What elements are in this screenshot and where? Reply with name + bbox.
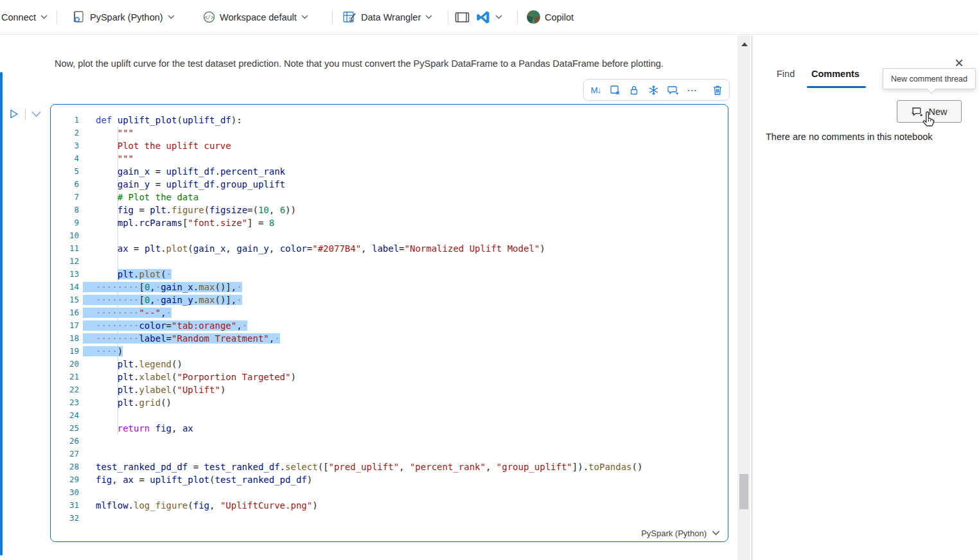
kernel-selector-button[interactable]: PySpark (Python) <box>72 0 175 34</box>
code-cell[interactable]: 1def uplift_plot(uplift_df):2 """3 Plot … <box>50 104 728 542</box>
code-line[interactable]: 19····) <box>51 345 728 358</box>
kernel-notebook-gear-icon <box>72 10 85 24</box>
code-line[interactable]: 21 plt.xlabel("Porportion Targeted") <box>51 371 728 383</box>
svg-text:</>: </> <box>204 15 214 21</box>
code-line[interactable]: 30 <box>51 486 728 499</box>
code-line[interactable]: 24 <box>51 409 728 422</box>
active-tab-underline <box>807 86 866 88</box>
frame-icon <box>455 12 470 23</box>
tab-comments[interactable]: Comments <box>811 69 860 79</box>
line-number: 18 <box>51 332 79 345</box>
comments-empty-message: There are no comments in this notebook <box>766 132 933 142</box>
line-number: 9 <box>51 216 79 229</box>
code-line[interactable]: 25 return fig, ax <box>51 422 728 435</box>
freeze-snowflake-icon[interactable] <box>648 84 659 96</box>
code-line[interactable]: 27 <box>51 448 728 460</box>
copilot-button[interactable]: Copilot <box>527 0 574 34</box>
chevron-down-icon <box>712 530 720 536</box>
code-line[interactable]: 10 <box>51 229 728 242</box>
line-number: 30 <box>51 486 79 499</box>
code-line[interactable]: 11 ax = plt.plot(gain_x, gain_y, color="… <box>51 242 728 255</box>
connect-label: Connect <box>1 12 36 22</box>
code-line[interactable]: 31mlflow.log_figure(fig, "UpliftCurve.pn… <box>51 499 728 512</box>
code-line[interactable]: 14········[0,·gain_x.max()],· <box>51 281 728 293</box>
code-line[interactable]: 13 plt.plot(· <box>51 268 728 281</box>
delete-cell-icon[interactable] <box>712 84 723 96</box>
line-number: 27 <box>51 448 79 460</box>
code-line[interactable]: 12 <box>51 255 728 268</box>
vscode-button[interactable] <box>475 0 502 34</box>
code-line[interactable]: 15········[0,·gain_y.max()],· <box>51 293 728 306</box>
add-comment-icon[interactable] <box>667 84 679 96</box>
panel-divider <box>752 35 752 560</box>
line-number: 25 <box>51 422 79 435</box>
add-comment-icon <box>911 106 923 118</box>
tab-find[interactable]: Find <box>777 69 795 79</box>
code-line[interactable]: 22 plt.ylabel("Uplift") <box>51 383 728 396</box>
line-number: 16 <box>51 306 79 319</box>
line-number: 24 <box>51 409 79 422</box>
notebook-scrollbar-thumb[interactable] <box>739 474 748 509</box>
code-line[interactable]: 18········label="Random Treatment",· <box>51 332 728 345</box>
workspace-label: Workspace default <box>220 12 297 22</box>
new-comment-button[interactable]: New <box>897 100 962 123</box>
code-line[interactable]: 3 Plot the uplift curve <box>51 139 728 152</box>
run-options-chevron-button[interactable] <box>31 110 42 118</box>
cell-language-selector[interactable]: PySpark (Python) <box>641 526 720 540</box>
code-line[interactable]: 9 mpl.rcParams["font.size"] = 8 <box>51 216 728 229</box>
line-number: 1 <box>51 114 79 127</box>
more-actions-button[interactable]: ··· <box>687 84 698 96</box>
vscode-icon <box>475 10 491 25</box>
code-line[interactable]: 5 gain_x = uplift_df.percent_rank <box>51 165 728 178</box>
line-number: 11 <box>51 242 79 255</box>
code-line[interactable]: 8 fig = plt.figure(figsize=(10, 6)) <box>51 204 728 216</box>
line-number: 5 <box>51 165 79 178</box>
toolbar-divider <box>332 10 333 24</box>
convert-to-markdown-button[interactable]: M↓ <box>590 84 601 96</box>
line-number: 4 <box>51 152 79 165</box>
line-number: 15 <box>51 293 79 306</box>
code-line[interactable]: 7 # Plot the data <box>51 191 728 204</box>
line-number: 20 <box>51 358 79 371</box>
line-number: 21 <box>51 371 79 383</box>
line-number: 6 <box>51 178 79 191</box>
code-line[interactable]: 29fig, ax = uplift_plot(test_ranked_pd_d… <box>51 473 728 486</box>
line-number: 7 <box>51 191 79 204</box>
code-line[interactable]: 20 plt.legend() <box>51 358 728 371</box>
line-number: 10 <box>51 229 79 242</box>
code-line[interactable]: 4 """ <box>51 152 728 165</box>
line-number: 23 <box>51 396 79 409</box>
chevron-down-icon <box>425 15 432 19</box>
code-line[interactable]: 17········color="tab:orange",· <box>51 319 728 332</box>
line-number: 12 <box>51 255 79 268</box>
code-editor[interactable]: 1def uplift_plot(uplift_df):2 """3 Plot … <box>51 114 728 525</box>
connect-button[interactable]: Connect <box>1 0 48 34</box>
markdown-cell-text[interactable]: Now, plot the uplift curve for the test … <box>55 58 723 69</box>
chevron-down-icon <box>301 15 308 19</box>
code-line[interactable]: 23 plt.grid() <box>51 396 728 409</box>
workspace-code-icon: </> <box>203 11 215 23</box>
code-line[interactable]: 32 <box>51 512 728 525</box>
line-number: 8 <box>51 204 79 216</box>
code-line[interactable]: 2 """ <box>51 127 728 139</box>
code-line[interactable]: 1def uplift_plot(uplift_df): <box>51 114 728 127</box>
line-number: 14 <box>51 281 79 293</box>
line-number: 29 <box>51 473 79 486</box>
lock-icon[interactable] <box>629 84 640 96</box>
scrollbar-up-arrow[interactable] <box>741 42 748 46</box>
run-cell-button[interactable] <box>8 108 20 120</box>
code-line[interactable]: 16········"--",· <box>51 306 728 319</box>
line-number: 31 <box>51 499 79 512</box>
workspace-selector-button[interactable]: </> Workspace default <box>203 0 308 34</box>
selected-cell-indicator <box>0 72 3 556</box>
cell-toolbar: M↓ ··· <box>583 79 730 101</box>
code-line[interactable]: 26 <box>51 435 728 448</box>
data-wrangler-table-icon <box>342 10 357 24</box>
code-line[interactable]: 6 gain_y = uplift_df.group_uplift <box>51 178 728 191</box>
tooltip-caret <box>927 85 936 94</box>
data-wrangler-button[interactable]: Data Wrangler <box>342 0 432 34</box>
code-line[interactable]: 28test_ranked_pd_df = test_ranked_df.sel… <box>51 460 728 473</box>
frame-button[interactable] <box>455 0 470 34</box>
clear-output-icon[interactable] <box>610 84 621 96</box>
copilot-icon <box>527 10 540 24</box>
